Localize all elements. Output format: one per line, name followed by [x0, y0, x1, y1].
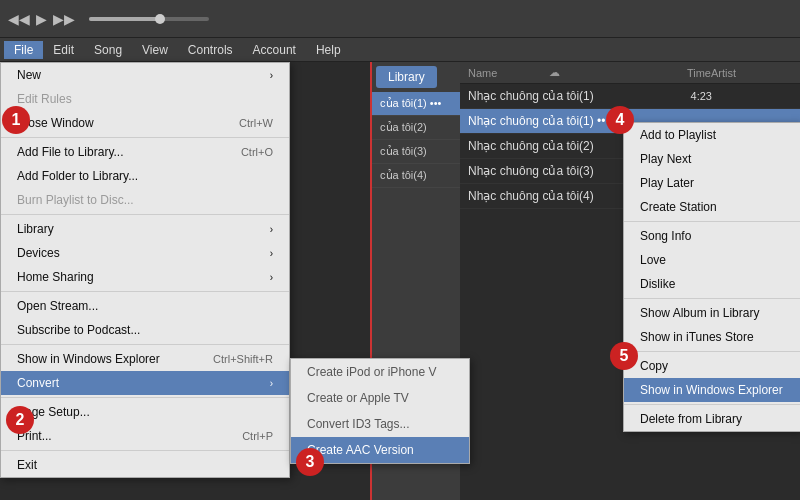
menu-separator [1, 344, 289, 345]
context-item-copy[interactable]: Copy [624, 354, 800, 378]
shortcut-label: Ctrl+Shift+R [213, 353, 273, 365]
menu-item-print[interactable]: Print... Ctrl+P [1, 424, 289, 448]
song-row[interactable]: Nhạc chuông của tôi(1) 4:23 [460, 84, 800, 109]
next-button[interactable]: ▶▶ [53, 11, 75, 27]
song-list-header: Name ☁ Time Artist [460, 62, 800, 84]
menu-item-show-windows[interactable]: Show in Windows Explorer Ctrl+Shift+R [1, 347, 289, 371]
submenu-item-label: Create iPod or iPhone V [307, 365, 436, 379]
menu-item-label: Add File to Library... [17, 145, 124, 159]
context-item-show-album[interactable]: Show Album in Library [624, 301, 800, 325]
badge-3: 3 [296, 448, 324, 476]
submenu-arrow: › [270, 224, 273, 235]
menu-file[interactable]: File [4, 41, 43, 59]
progress-knob[interactable] [155, 14, 165, 24]
menu-item-label: Open Stream... [17, 299, 98, 313]
context-item-play-later[interactable]: Play Later [624, 171, 800, 195]
menu-item-label: Show in Windows Explorer [17, 352, 160, 366]
menu-item-label: New [17, 68, 41, 82]
context-separator [624, 351, 800, 352]
context-item-add-playlist[interactable]: Add to Playlist [624, 123, 800, 147]
menu-separator [1, 450, 289, 451]
menu-item-open-stream[interactable]: Open Stream... [1, 294, 289, 318]
menu-item-edit-rules: Edit Rules [1, 87, 289, 111]
progress-bar[interactable] [89, 17, 209, 21]
menu-item-label: Burn Playlist to Disc... [17, 193, 134, 207]
prev-button[interactable]: ◀◀ [8, 11, 30, 27]
library-list-item[interactable]: của tôi(4) [372, 164, 460, 188]
submenu-item-ipod[interactable]: Create iPod or iPhone V [291, 359, 469, 385]
menu-help[interactable]: Help [306, 41, 351, 59]
menu-separator [1, 397, 289, 398]
menu-item-add-folder[interactable]: Add Folder to Library... [1, 164, 289, 188]
menu-view[interactable]: View [132, 41, 178, 59]
menu-item-add-file[interactable]: Add File to Library... Ctrl+O [1, 140, 289, 164]
main-layout: Library của tôi(1) ••• của tôi(2) của tô… [0, 62, 800, 500]
col-header-time: Time [630, 67, 711, 79]
menu-song[interactable]: Song [84, 41, 132, 59]
menu-controls[interactable]: Controls [178, 41, 243, 59]
badge-5: 5 [610, 342, 638, 370]
context-item-dislike[interactable]: Dislike [624, 272, 800, 296]
submenu-arrow: › [270, 70, 273, 81]
menu-item-devices[interactable]: Devices › [1, 241, 289, 265]
menu-account[interactable]: Account [243, 41, 306, 59]
library-list-item[interactable]: của tôi(3) [372, 140, 460, 164]
menu-item-exit[interactable]: Exit [1, 453, 289, 477]
menu-item-new[interactable]: New › [1, 63, 289, 87]
col-header-cloud: ☁ [549, 66, 630, 79]
menu-separator [1, 214, 289, 215]
submenu-item-label: Create AAC Version [307, 443, 414, 457]
badge-4: 4 [606, 106, 634, 134]
shortcut-label: Ctrl+P [242, 430, 273, 442]
submenu-item-label: Convert ID3 Tags... [307, 417, 410, 431]
library-list-item[interactable]: của tôi(1) ••• [372, 92, 460, 116]
library-button[interactable]: Library [376, 66, 437, 88]
song-name: Nhạc chuông của tôi(4) [468, 189, 638, 203]
context-item-show-windows[interactable]: Show in Windows Explorer [624, 378, 800, 402]
context-separator [624, 221, 800, 222]
convert-submenu: Create iPod or iPhone V Create or Apple … [290, 358, 470, 464]
context-separator [624, 298, 800, 299]
submenu-item-id3[interactable]: Convert ID3 Tags... [291, 411, 469, 437]
menu-item-label: Devices [17, 246, 60, 260]
menu-item-home-sharing[interactable]: Home Sharing › [1, 265, 289, 289]
context-item-play-next[interactable]: Play Next [624, 147, 800, 171]
submenu-item-appletv[interactable]: Create or Apple TV [291, 385, 469, 411]
menu-item-label: Edit Rules [17, 92, 72, 106]
submenu-arrow: › [270, 272, 273, 283]
shortcut-label: Ctrl+O [241, 146, 273, 158]
badge-2: 2 [6, 406, 34, 434]
menu-item-label: Home Sharing [17, 270, 94, 284]
menu-item-convert[interactable]: Convert › [1, 371, 289, 395]
menu-separator [1, 137, 289, 138]
play-button[interactable]: ▶ [36, 11, 47, 27]
menu-item-label: Convert [17, 376, 59, 390]
col-header-name: Name [468, 67, 549, 79]
menu-item-label: Add Folder to Library... [17, 169, 138, 183]
song-name: Nhạc chuông của tôi(1) [468, 89, 638, 103]
menu-item-label: Library [17, 222, 54, 236]
song-name: Nhạc chuông của tôi(2) [468, 139, 638, 153]
context-item-song-info[interactable]: Song Info [624, 224, 800, 248]
shortcut-label: Ctrl+W [239, 117, 273, 129]
menu-edit[interactable]: Edit [43, 41, 84, 59]
menu-item-library[interactable]: Library › [1, 217, 289, 241]
submenu-arrow: › [270, 248, 273, 259]
toolbar: ◀◀ ▶ ▶▶ [0, 0, 800, 38]
playback-controls: ◀◀ ▶ ▶▶ [8, 11, 209, 27]
menu-item-burn: Burn Playlist to Disc... [1, 188, 289, 212]
context-item-delete-library[interactable]: Delete from Library [624, 407, 800, 431]
menu-separator [1, 291, 289, 292]
context-item-show-itunes[interactable]: Show in iTunes Store [624, 325, 800, 349]
menu-item-subscribe[interactable]: Subscribe to Podcast... [1, 318, 289, 342]
context-item-love[interactable]: Love [624, 248, 800, 272]
menu-item-close-window[interactable]: Close Window Ctrl+W [1, 111, 289, 135]
menubar: File Edit Song View Controls Account Hel… [0, 38, 800, 62]
menu-item-page-setup[interactable]: Page Setup... [1, 400, 289, 424]
context-menu: Add to Playlist Play Next Play Later Cre… [623, 122, 800, 432]
file-menu: New › Edit Rules Close Window Ctrl+W Add… [0, 62, 290, 478]
col-header-artist: Artist [711, 67, 792, 79]
context-item-create-station[interactable]: Create Station [624, 195, 800, 219]
submenu-arrow: › [270, 378, 273, 389]
library-list-item[interactable]: của tôi(2) [372, 116, 460, 140]
